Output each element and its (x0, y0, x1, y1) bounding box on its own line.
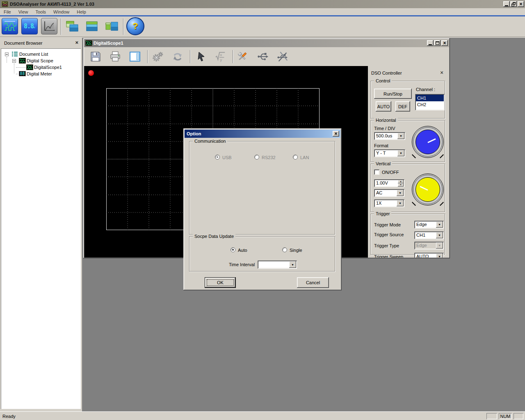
meter-icon: 8.8v (24, 23, 35, 30)
format-label: Format (374, 143, 388, 148)
chevron-down-icon[interactable]: ▼ (397, 190, 404, 196)
usb-disconnect-icon (276, 50, 289, 63)
onoff-label: ON/OFF (382, 170, 399, 175)
digital-scope-icon (19, 58, 26, 64)
vertical-knob[interactable] (412, 173, 444, 205)
print-button[interactable] (109, 50, 121, 63)
cancel-button[interactable]: Cancel (297, 277, 329, 288)
minimize-icon (505, 5, 508, 6)
option-dialog-close-button[interactable]: × (333, 131, 339, 137)
tree-item-digitalscope1[interactable]: DigitalScope1 (34, 65, 62, 70)
chevron-down-icon[interactable]: ▼ (397, 150, 404, 156)
tree-item-digital-meter[interactable]: Digital Meter (27, 71, 52, 76)
tree-collapse-box[interactable] (12, 59, 16, 63)
chart-icon (43, 20, 56, 32)
child-maximize-button[interactable] (434, 40, 441, 46)
ok-button[interactable]: OK (205, 277, 236, 288)
restore-button[interactable] (510, 1, 517, 7)
close-icon: × (334, 132, 337, 136)
cascade-windows-button[interactable] (64, 18, 80, 34)
chevron-down-icon[interactable]: ▼ (436, 232, 443, 238)
horizontal-knob[interactable] (412, 126, 444, 158)
child-close-button[interactable]: × (441, 40, 448, 46)
volt-spinner[interactable]: 1.00V ▲ ▼ (374, 179, 404, 187)
onoff-checkbox[interactable] (374, 169, 379, 175)
def-button[interactable]: DEF (395, 101, 410, 112)
time-div-combo[interactable]: 500.0us ▼ (374, 132, 405, 140)
tree-item-document-list[interactable]: Document List (19, 52, 48, 57)
menu-help[interactable]: Help (73, 9, 90, 15)
trigger-sweep-label: Trigger Sweep (374, 254, 403, 258)
tree-collapse-box[interactable] (5, 52, 9, 56)
close-button[interactable]: × (518, 1, 524, 7)
auto-radio[interactable] (231, 247, 235, 252)
layout-panel-button[interactable] (129, 50, 141, 63)
run-stop-button[interactable]: Run/Stop (374, 89, 412, 99)
chevron-down-icon[interactable]: ▼ (289, 261, 296, 268)
digitalscope1-titlebar[interactable]: DigitalScope1 × (84, 39, 449, 47)
option-dialog: Option × Communication USB RS232 LAN Soc… (183, 128, 342, 290)
spin-down-icon[interactable]: ▼ (398, 183, 404, 187)
menu-file[interactable]: File (0, 9, 15, 15)
usb-connect-button[interactable] (257, 50, 269, 63)
gears-icon (152, 50, 164, 63)
channel-listbox[interactable]: CH1 CH2 (415, 94, 445, 110)
tree-item-digital-scope[interactable]: Digital Scope (27, 58, 53, 63)
chevron-down-icon[interactable]: ▼ (397, 200, 404, 206)
single-radio[interactable] (282, 247, 287, 252)
menu-bar: File View Tools Window Help (0, 8, 525, 15)
tools-icon (236, 50, 249, 63)
auto-button[interactable]: AUTO (376, 101, 391, 112)
digital-scope-button[interactable] (2, 18, 18, 34)
child-minimize-button[interactable] (427, 40, 434, 46)
tile-vertical-button[interactable] (103, 18, 120, 34)
chevron-down-icon[interactable]: ▼ (436, 253, 443, 258)
dso-controller-panel: DSO Controller × Control Run/Stop Channe… (368, 66, 449, 258)
refresh-button[interactable] (171, 50, 184, 63)
minimize-button[interactable] (503, 1, 510, 7)
math-formula-icon: x y (214, 50, 226, 63)
probe-combo[interactable]: 1X ▼ (374, 199, 404, 207)
settings-button[interactable] (152, 50, 164, 63)
trigger-sweep-combo[interactable]: AUTO ▼ (414, 253, 444, 258)
chart-button[interactable] (41, 18, 57, 34)
digital-meter-button[interactable]: 8.8v (21, 18, 38, 34)
toolbar-separator (190, 50, 191, 63)
menu-tools[interactable]: Tools (32, 9, 50, 15)
help-icon: ? (132, 21, 138, 32)
spin-up-icon[interactable]: ▲ (398, 180, 404, 183)
config-tools-button[interactable] (236, 50, 249, 63)
save-button[interactable] (89, 50, 102, 63)
document-list-icon (11, 51, 18, 57)
trigger-source-label: Trigger Source (374, 232, 404, 237)
option-dialog-titlebar[interactable]: Option × (185, 130, 340, 138)
dso-controller-title: DSO Controller (371, 71, 402, 75)
time-interval-combo[interactable]: ▼ (258, 260, 297, 269)
trigger-source-combo[interactable]: CH1 ▼ (414, 231, 444, 239)
auto-radio-label[interactable]: Auto (238, 248, 247, 253)
trigger-mode-combo[interactable]: Edge ▼ (414, 221, 444, 228)
rs232-radio (254, 155, 259, 160)
minimize-icon (429, 44, 432, 45)
tile-horizontal-button[interactable] (84, 18, 100, 34)
dso-controller-close-icon[interactable]: × (440, 69, 443, 76)
chevron-down-icon[interactable]: ▼ (397, 133, 404, 139)
chevron-down-icon[interactable]: ▼ (436, 221, 443, 228)
math-button[interactable]: x y (214, 50, 226, 63)
toolbar-separator (61, 18, 62, 35)
cursor-button[interactable] (195, 50, 207, 63)
coupling-combo[interactable]: AC ▼ (374, 189, 404, 197)
menu-view[interactable]: View (15, 9, 32, 15)
menu-window[interactable]: Window (50, 9, 73, 15)
single-radio-label[interactable]: Single (290, 248, 302, 253)
document-browser-close-icon[interactable]: × (75, 40, 78, 46)
svg-text:y: y (220, 57, 222, 62)
channel-option-ch2[interactable]: CH2 (416, 101, 444, 108)
channel-option-ch1[interactable]: CH1 (416, 95, 444, 101)
help-button[interactable]: ? (126, 17, 144, 35)
close-icon: × (519, 2, 522, 6)
usb-disconnect-button[interactable] (276, 50, 289, 63)
format-combo[interactable]: Y - T ▼ (374, 149, 405, 157)
scope-toolbar: x y (84, 47, 449, 66)
record-indicator (88, 70, 94, 76)
